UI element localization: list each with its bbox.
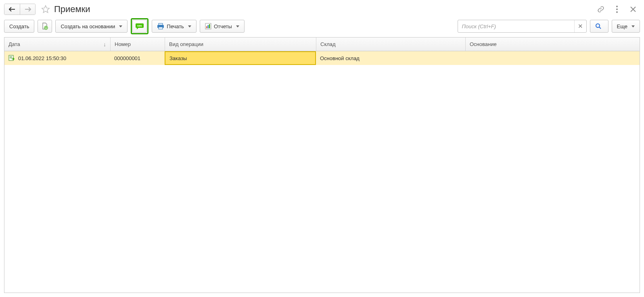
grid-body: 01.06.2022 15:50:30 000000001 Заказы Осн… [4, 51, 640, 293]
cell-operation: Заказы [165, 51, 316, 65]
search-clear-button[interactable]: ✕ [574, 20, 586, 32]
chevron-down-icon [119, 25, 122, 27]
create-based-on-label: Создать на основании [61, 23, 115, 29]
sms-button[interactable]: SMS [132, 20, 147, 33]
column-number[interactable]: Номер [110, 38, 165, 51]
cell-number: 000000001 [110, 51, 165, 65]
chevron-down-icon [631, 25, 635, 27]
cell-number-value: 000000001 [114, 55, 140, 61]
arrow-left-icon [9, 7, 15, 12]
create-button-label: Создать [9, 23, 29, 29]
chevron-down-icon [188, 25, 191, 27]
svg-rect-10 [207, 25, 209, 28]
cell-warehouse: Основной склад [316, 51, 465, 65]
chart-icon [205, 23, 211, 29]
svg-rect-5 [159, 23, 163, 25]
cell-basis [465, 51, 640, 65]
cell-operation-value: Заказы [169, 55, 187, 61]
star-icon [41, 5, 50, 14]
sms-button-highlight: SMS [131, 18, 148, 34]
print-button[interactable]: Печать [152, 20, 197, 33]
column-operation-label: Вид операции [169, 41, 203, 47]
cell-date-value: 01.06.2022 15:50:30 [18, 55, 66, 61]
svg-text:SMS: SMS [137, 25, 142, 27]
document-plus-icon [42, 23, 48, 30]
close-button[interactable] [629, 5, 638, 14]
more-button-label: Еще [617, 23, 627, 29]
search-box: ✕ [458, 20, 587, 33]
page-title: Приемки [54, 4, 90, 15]
create-based-on-button[interactable]: Создать на основании [55, 20, 128, 33]
chevron-down-icon [236, 25, 239, 27]
kebab-icon [616, 6, 618, 13]
header-right-controls [596, 5, 640, 14]
create-button[interactable]: Создать [4, 20, 34, 33]
nav-group [4, 4, 36, 15]
svg-point-1 [616, 8, 618, 10]
close-icon: ✕ [578, 23, 583, 30]
column-date-label: Дата [8, 41, 20, 47]
svg-point-12 [596, 24, 600, 27]
search-icon [595, 23, 602, 29]
column-warehouse-label: Склад [320, 41, 336, 47]
print-button-label: Печать [167, 23, 184, 29]
sms-icon: SMS [135, 23, 144, 30]
column-basis-label: Основание [470, 41, 497, 47]
favorite-button[interactable] [40, 4, 52, 15]
nav-back-button[interactable] [4, 4, 20, 15]
svg-point-0 [616, 6, 618, 7]
svg-point-2 [616, 11, 618, 13]
column-date[interactable]: Дата ↓ [4, 38, 110, 51]
nav-forward-button[interactable] [20, 4, 35, 15]
grid-header: Дата ↓ Номер Вид операции Склад Основани… [4, 38, 640, 51]
svg-rect-11 [209, 24, 210, 28]
toolbar: Создать Создать на основании SMS Печать [0, 18, 644, 37]
arrow-right-icon [25, 7, 31, 12]
more-button[interactable]: Еще [612, 20, 640, 33]
copy-document-button[interactable] [38, 20, 52, 33]
column-operation[interactable]: Вид операции [165, 38, 316, 51]
cell-warehouse-value: Основной склад [320, 55, 360, 61]
printer-icon [157, 23, 164, 29]
cell-date: 01.06.2022 15:50:30 [4, 51, 110, 65]
column-number-label: Номер [115, 41, 131, 47]
search-go-button[interactable] [590, 20, 608, 33]
header-bar: Приемки [0, 0, 644, 18]
table-row[interactable]: 01.06.2022 15:50:30 000000001 Заказы Осн… [4, 51, 640, 65]
sort-down-icon: ↓ [103, 41, 106, 48]
link-button[interactable] [596, 5, 605, 14]
svg-rect-7 [159, 27, 163, 29]
reports-button-label: Отчеты [214, 23, 232, 29]
search-input[interactable] [458, 23, 574, 29]
link-icon [597, 6, 604, 13]
posted-document-icon [8, 55, 15, 61]
close-icon [630, 6, 636, 12]
column-basis[interactable]: Основание [465, 38, 640, 51]
documents-grid: Дата ↓ Номер Вид операции Склад Основани… [4, 37, 640, 293]
column-warehouse[interactable]: Склад [316, 38, 465, 51]
svg-rect-9 [206, 26, 207, 28]
reports-button[interactable]: Отчеты [200, 20, 245, 33]
kebab-menu-button[interactable] [613, 5, 621, 14]
